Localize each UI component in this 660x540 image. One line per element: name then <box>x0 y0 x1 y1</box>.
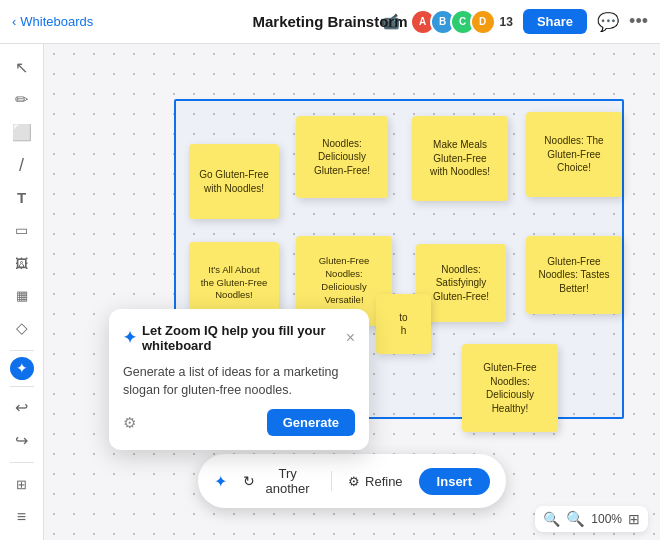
tool-pen[interactable]: ✏ <box>6 85 38 116</box>
avatar: D <box>470 9 496 35</box>
divider <box>331 471 332 491</box>
page-title: Marketing Brainstorm <box>252 13 407 30</box>
tool-text[interactable]: T <box>6 183 38 214</box>
ai-panel-header: ✦ Let Zoom IQ help you fill your whitebo… <box>123 323 355 353</box>
chevron-left-icon: ‹ <box>12 14 16 29</box>
sidebar-divider <box>10 462 34 463</box>
sidebar: ↖ ✏ ⬜ / T ▭ 🖼 ▦ ◇ ✦ ↩ ↪ ⊞ ≡ <box>0 44 44 540</box>
avatar-group: A B C D 13 <box>410 9 513 35</box>
tool-screen[interactable]: ▭ <box>6 215 38 246</box>
tool-rect[interactable]: ⬜ <box>6 117 38 148</box>
tool-more[interactable]: ≡ <box>6 501 38 532</box>
zoom-level: 100% <box>591 512 622 526</box>
tool-table[interactable]: ▦ <box>6 280 38 311</box>
fullscreen-icon[interactable]: ⊞ <box>628 511 640 527</box>
sticky-4[interactable]: Noodles: TheGluten-FreeChoice! <box>526 112 622 197</box>
generate-button[interactable]: Generate <box>267 409 355 436</box>
topbar-right: 📹 A B C D 13 Share 💬 ••• <box>380 9 648 35</box>
ai-panel: ✦ Let Zoom IQ help you fill your whitebo… <box>109 309 369 450</box>
sticky-8[interactable]: Gluten-FreeNoodles: TastesBetter! <box>526 236 622 314</box>
comment-icon[interactable]: 💬 <box>597 11 619 33</box>
ai-panel-footer: ⚙ Generate <box>123 409 355 436</box>
ai-panel-title-text: Let Zoom IQ help you fill your whiteboar… <box>142 323 346 353</box>
insert-button[interactable]: Insert <box>419 468 490 495</box>
sticky-2[interactable]: Noodles:DeliciouslyGluten-Free! <box>296 116 388 198</box>
try-another-label: Try another <box>260 466 315 496</box>
ai-panel-body: Generate a list of ideas for a marketing… <box>123 363 355 399</box>
zoom-in-icon[interactable]: 🔍 <box>566 510 585 528</box>
refine-label: Refine <box>365 474 403 489</box>
share-button[interactable]: Share <box>523 9 587 34</box>
sticky-9[interactable]: Gluten-FreeNoodles:DeliciouslyHealthy! <box>462 344 558 432</box>
refine-icon: ⚙ <box>348 474 360 489</box>
sticky-3[interactable]: Make MealsGluten-Freewith Noodles! <box>412 116 508 201</box>
tool-ai[interactable]: ✦ <box>10 357 34 380</box>
bottom-bar: ✦ ↻ Try another ⚙ Refine Insert <box>198 454 506 508</box>
more-icon[interactable]: ••• <box>629 11 648 32</box>
ai-star-icon: ✦ <box>123 328 136 347</box>
refine-button[interactable]: ⚙ Refine <box>340 470 411 493</box>
topbar: ‹ Whiteboards Marketing Brainstorm 📹 A B… <box>0 0 660 44</box>
tool-eraser[interactable]: ◇ <box>6 313 38 344</box>
ai-panel-close[interactable]: × <box>346 329 355 347</box>
zoom-out-icon[interactable]: 🔍 <box>543 511 560 527</box>
sticky-1[interactable]: Go Gluten-Freewith Noodles! <box>189 144 279 219</box>
tool-line[interactable]: / <box>6 150 38 181</box>
main-area: ↖ ✏ ⬜ / T ▭ 🖼 ▦ ◇ ✦ ↩ ↪ ⊞ ≡ Go Gluten-Fr… <box>0 44 660 540</box>
back-button[interactable]: ‹ Whiteboards <box>12 14 93 29</box>
refresh-icon: ↻ <box>243 473 255 489</box>
sidebar-divider <box>10 350 34 351</box>
tool-undo[interactable]: ↩ <box>6 393 38 424</box>
tool-apps[interactable]: ⊞ <box>6 469 38 500</box>
canvas[interactable]: Go Gluten-Freewith Noodles! Noodles:Deli… <box>44 44 660 540</box>
back-label: Whiteboards <box>20 14 93 29</box>
tool-select[interactable]: ↖ <box>6 52 38 83</box>
settings-icon[interactable]: ⚙ <box>123 414 136 432</box>
ai-panel-title: ✦ Let Zoom IQ help you fill your whitebo… <box>123 323 346 353</box>
try-another-button[interactable]: ↻ Try another <box>235 462 323 500</box>
tool-redo[interactable]: ↪ <box>6 425 38 456</box>
sidebar-divider <box>10 386 34 387</box>
zoom-bar: 🔍 🔍 100% ⊞ <box>535 506 648 532</box>
ai-icon: ✦ <box>214 472 227 491</box>
sticky-partial[interactable]: toh <box>376 294 431 354</box>
avatar-count: 13 <box>500 15 513 29</box>
tool-image[interactable]: 🖼 <box>6 248 38 279</box>
